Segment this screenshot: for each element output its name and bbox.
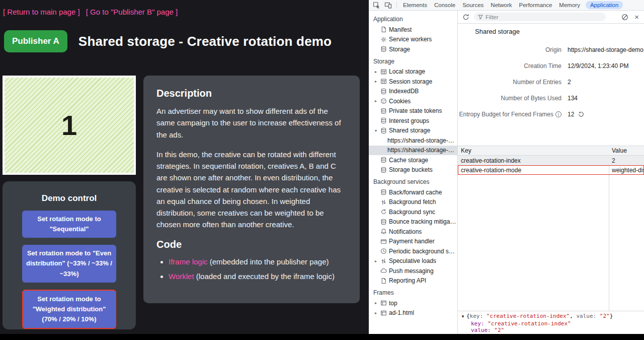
devtools-tab-bar: Elements Console Sources Network Perform… — [369, 0, 644, 11]
close-icon[interactable]: × — [634, 13, 639, 21]
chevron-right-icon[interactable]: ▸ — [373, 311, 378, 315]
sidebar-item-private-state-tokens[interactable]: Private state tokens — [369, 106, 457, 116]
tab-memory[interactable]: Memory — [555, 1, 584, 10]
refresh-icon[interactable] — [462, 14, 469, 21]
table-row-creative-rotation-index[interactable]: creative-rotation-index 2 — [458, 156, 644, 165]
top-nav: [ Return to main page ] [ Go to "Publish… — [0, 0, 369, 16]
chevron-right-icon[interactable]: ▸ — [373, 99, 378, 103]
sidebar-item-storage[interactable]: Storage — [369, 44, 457, 54]
devtools-body: Application Manifest Service workers Sto… — [369, 11, 644, 334]
meta-label: Number of Bytes Used — [458, 95, 561, 102]
sidebar-item-cache-storage[interactable]: Cache storage — [369, 155, 457, 165]
sidebar-item-notifications[interactable]: Notifications — [369, 227, 457, 237]
sidebar-item-label: Storage — [389, 46, 410, 53]
expand-triangle-icon[interactable]: ▼ — [461, 314, 465, 319]
sidebar-item-interest-groups[interactable]: Interest groups — [369, 116, 457, 126]
column-header-value[interactable]: Value — [609, 147, 644, 154]
ad-creative-frame[interactable]: 1 — [3, 76, 136, 175]
sidebar-item-shared-storage-origin-1[interactable]: https://shared-storage-d… — [369, 135, 457, 146]
sidebar-item-label: Session storage — [389, 78, 432, 85]
sidebar-item-label: Manifest — [389, 26, 412, 33]
tab-performance[interactable]: Performance — [516, 1, 556, 10]
meta-value: https://shared-storage-demo-co — [568, 46, 644, 53]
database-icon — [380, 157, 387, 163]
inspect-element-icon[interactable] — [373, 2, 380, 9]
sidebar-item-push-messaging[interactable]: Push messaging — [369, 266, 457, 276]
sidebar-item-frame-ad-1[interactable]: ▸ad-1.html — [369, 308, 457, 318]
database-icon — [380, 189, 387, 195]
preview-summary-line: ▼{key: "creative-rotation-index", value:… — [461, 313, 641, 320]
sidebar-item-label: Storage buckets — [389, 166, 433, 173]
meta-label: Origin — [458, 46, 561, 53]
gear-icon — [380, 36, 387, 43]
tab-console[interactable]: Console — [431, 1, 459, 10]
reset-budget-icon[interactable] — [578, 111, 584, 117]
sidebar-item-service-workers[interactable]: Service workers — [369, 35, 457, 45]
section-title-storage: Storage — [369, 54, 457, 67]
table-row-creative-rotation-mode[interactable]: creative-rotation-mode weighted-dist — [458, 165, 644, 175]
chevron-down-icon[interactable]: ▾ — [373, 128, 378, 133]
meta-row-creation-time: Creation Time 12/9/2024, 1:23:40 PM — [458, 58, 644, 74]
iframe-logic-link[interactable]: Iframe logic — [169, 257, 208, 266]
database-icon — [380, 117, 387, 124]
up-down-arrows-icon — [380, 199, 387, 206]
sidebar-item-shared-storage-origin-2[interactable]: https://shared-storage-d… — [369, 146, 457, 156]
return-to-main-link[interactable]: [ Return to main page ] — [3, 8, 80, 16]
sidebar-item-reporting-api[interactable]: Reporting API — [369, 276, 457, 286]
description-paragraph-1: An advertiser may want to show different… — [156, 105, 347, 141]
chevron-right-icon[interactable]: ▸ — [373, 301, 378, 305]
sidebar-item-label: ad-1.html — [389, 309, 414, 316]
sidebar-item-back-forward-cache[interactable]: Back/forward cache — [369, 187, 457, 197]
tab-elements[interactable]: Elements — [399, 1, 431, 10]
clear-all-icon[interactable] — [621, 14, 628, 21]
sidebar-item-bounce-tracking-mitigations[interactable]: Bounce tracking mitiga… — [369, 217, 457, 227]
rotation-mode-weighted-button[interactable]: Set rotation mode to "Weighted distribut… — [22, 290, 116, 329]
sidebar-item-label: Background fetch — [389, 198, 436, 206]
sidebar-item-background-fetch[interactable]: Background fetch — [369, 197, 457, 208]
sidebar-item-background-sync[interactable]: Background sync — [369, 207, 457, 217]
meta-value: 2 — [568, 79, 644, 86]
sidebar-item-manifest[interactable]: Manifest — [369, 25, 457, 35]
preview-entry-key: key: "creative-rotation-index" — [461, 320, 641, 327]
sidebar-item-storage-buckets[interactable]: Storage buckets — [369, 165, 457, 175]
tab-application[interactable]: Application — [586, 1, 623, 9]
sidebar-item-payment-handler[interactable]: Payment handler — [369, 237, 457, 247]
sidebar-item-periodic-background-sync[interactable]: Periodic background s… — [369, 246, 457, 256]
chevron-right-icon[interactable]: ▸ — [373, 79, 378, 84]
sidebar-item-shared-storage[interactable]: ▾Shared storage — [369, 126, 457, 136]
rotation-mode-sequential-button[interactable]: Set rotation mode to "Sequential" — [22, 211, 116, 238]
card-icon — [380, 238, 387, 245]
sidebar-item-label: Push messaging — [389, 267, 434, 275]
sidebar-item-label: IndexedDB — [389, 88, 419, 95]
filter-input[interactable] — [486, 14, 602, 20]
table-icon — [380, 78, 387, 85]
sidebar-item-cookies[interactable]: ▸Cookies — [369, 96, 457, 106]
sidebar-item-label: Cache storage — [389, 157, 428, 164]
bullet-text: (loaded and executed by the iframe logic… — [194, 272, 335, 281]
cell-key: creative-rotation-index — [458, 157, 609, 164]
sidebar-item-session-storage[interactable]: ▸Session storage — [369, 77, 457, 87]
tab-network[interactable]: Network — [487, 1, 515, 10]
sidebar-item-frame-top[interactable]: ▸top — [369, 298, 457, 308]
tab-sources[interactable]: Sources — [459, 1, 487, 10]
sidebar-item-label: Service workers — [389, 36, 432, 43]
info-icon[interactable] — [555, 111, 561, 117]
sidebar-item-label: Background sync — [389, 209, 435, 216]
worklet-link[interactable]: Worklet — [169, 272, 194, 281]
device-toolbar-icon[interactable] — [384, 2, 392, 9]
rotation-mode-even-button[interactable]: Set rotation mode to "Even distribution"… — [22, 245, 116, 282]
sidebar-item-local-storage[interactable]: ▸Local storage — [369, 67, 457, 77]
sidebar-item-indexeddb[interactable]: IndexedDB — [369, 87, 457, 97]
sidebar-item-label: Local storage — [389, 68, 425, 75]
publisher-b-link[interactable]: [ Go to "Publisher B" page ] — [86, 8, 178, 16]
code-heading: Code — [156, 239, 347, 250]
table-icon — [380, 69, 387, 75]
chevron-right-icon[interactable]: ▸ — [373, 70, 378, 74]
meta-row-bytes-used: Number of Bytes Used 134 — [458, 90, 644, 106]
meta-label: Creation Time — [458, 62, 561, 70]
chevron-right-icon[interactable]: ▸ — [373, 259, 378, 263]
sidebar-item-speculative-loads[interactable]: ▸Speculative loads — [369, 256, 457, 266]
column-header-key[interactable]: Key — [458, 147, 609, 154]
up-down-arrows-icon — [380, 258, 387, 264]
sidebar-item-label: Shared storage — [389, 127, 430, 134]
